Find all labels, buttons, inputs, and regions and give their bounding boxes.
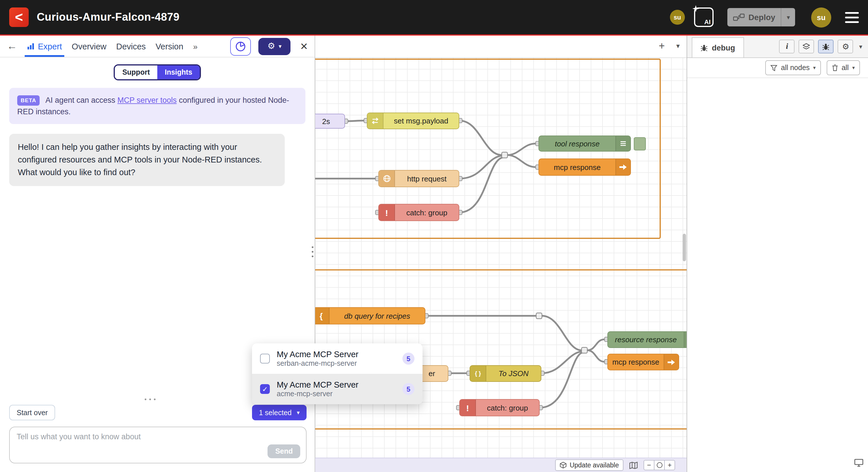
clear-messages-button[interactable]: all ▾ (827, 60, 860, 75)
settings-dropdown-button[interactable]: ⚙ ▾ (258, 38, 290, 55)
layers-icon (803, 43, 810, 50)
funnel-icon (771, 65, 778, 71)
tool-count-badge: 5 (402, 383, 414, 395)
tab-version[interactable]: Version (156, 36, 183, 57)
arrow-right-icon (663, 354, 679, 370)
checkbox-unchecked[interactable] (260, 354, 270, 363)
flow-canvas[interactable]: 2s set msg.payload http request ! catch:… (315, 36, 687, 472)
mcp-server-option[interactable]: ✓ My Acme MCP Server acme-mcp-server 5 (252, 374, 423, 404)
beta-banner: BETA AI agent can access MCP server tool… (9, 88, 305, 124)
tab-overflow-icon[interactable]: » (193, 41, 198, 51)
tool-count-badge: 5 (402, 353, 414, 365)
tab-expert[interactable]: Expert (27, 36, 62, 57)
mcp-server-option[interactable]: My Acme MCP Server serban-acme-mcp-serve… (252, 343, 423, 374)
mode-switch-wrap: Support Insights (0, 64, 315, 80)
drag-dots-icon (145, 399, 156, 400)
package-icon (560, 462, 567, 469)
accent-divider (0, 34, 868, 36)
option-text: My Acme MCP Server acme-mcp-server (277, 380, 359, 398)
node-to-json[interactable]: { } To JSON (470, 365, 541, 382)
node-set-msg-payload[interactable]: set msg.payload (367, 113, 459, 129)
option-text: My Acme MCP Server serban-acme-mcp-serve… (277, 350, 359, 367)
zoom-controls: − + (644, 460, 675, 470)
globe-icon (379, 171, 395, 187)
canvas-footer: Update available − + (315, 458, 687, 472)
debug-enable-toggle[interactable] (634, 137, 646, 150)
insights-segment[interactable]: Insights (157, 65, 200, 79)
node-catch-group-1[interactable]: ! catch: group (378, 204, 459, 221)
checkbox-checked[interactable]: ✓ (260, 384, 270, 394)
flow-list-chevron-icon[interactable]: ▾ (676, 42, 680, 50)
back-arrow-icon[interactable]: ← (7, 40, 17, 52)
deploy-button[interactable]: Deploy ▾ (727, 8, 795, 26)
zoom-out-button[interactable]: − (644, 460, 654, 470)
sidebar-menu-chevron-icon[interactable]: ▾ (859, 43, 862, 50)
mcp-server-tools-link[interactable]: MCP server tools (117, 96, 177, 105)
debug-tab-button[interactable] (818, 40, 834, 53)
panel-resize-handle[interactable] (312, 246, 313, 257)
wire (542, 316, 582, 350)
debug-sidebar: debug i ⚙ ▾ all nodes ▾ (687, 36, 868, 472)
zoom-in-button[interactable]: + (664, 460, 675, 470)
add-flow-icon[interactable]: + (659, 40, 665, 52)
node-resource-response[interactable]: resource response (608, 331, 687, 348)
update-available-button[interactable]: Update available (555, 460, 623, 471)
bug-icon (701, 44, 708, 51)
sidebar-header: debug i ⚙ ▾ (687, 36, 868, 58)
chat-input-field[interactable] (10, 427, 306, 463)
trash-icon (832, 64, 838, 71)
node-inject-2s[interactable]: 2s (315, 114, 345, 129)
layers-tab-button[interactable] (799, 40, 814, 53)
node-mcp-response-2[interactable]: mcp response (608, 354, 679, 371)
deploy-chevron-icon[interactable]: ▾ (782, 13, 795, 21)
zoom-reset-button[interactable] (654, 460, 665, 470)
tab-debug[interactable]: debug (692, 37, 744, 57)
settings-tab-button[interactable]: ⚙ (838, 40, 854, 53)
workspace-toolbar: + ▾ (315, 36, 687, 58)
sidebar-icon-buttons: i ⚙ ▾ (779, 40, 862, 53)
start-over-button[interactable]: Start over (9, 405, 55, 420)
mini-user-badge[interactable]: su (670, 10, 685, 25)
change-icon (367, 113, 383, 129)
wire (541, 351, 582, 373)
debug-list-icon (684, 332, 687, 347)
user-avatar[interactable]: su (811, 7, 831, 27)
top-header: < Curious-Amur-Falcon-4879 su AI Deploy … (0, 0, 868, 34)
expert-icon (27, 42, 34, 50)
tab-devices[interactable]: Devices (116, 36, 146, 57)
instance-title: Curious-Amur-Falcon-4879 (37, 11, 179, 24)
node-catch-group-2[interactable]: ! catch: group (459, 399, 539, 416)
wire (459, 157, 503, 212)
chat-input-box: Send (9, 426, 307, 463)
node-tool-response[interactable]: tool response (538, 136, 631, 152)
node-db-query[interactable]: { db query for recipes (315, 307, 425, 324)
flowfuse-logo-icon[interactable]: < (9, 7, 29, 27)
filter-nodes-button[interactable]: all nodes ▾ (766, 60, 821, 75)
wire-junctions[interactable] (502, 152, 587, 353)
wire (507, 155, 536, 167)
sparkle-icon (692, 5, 699, 12)
selected-servers-button[interactable]: 1 selected ▾ (252, 405, 307, 420)
mcp-server-dropdown: My Acme MCP Server serban-acme-mcp-serve… (252, 343, 423, 404)
panel-actions: ⚙ ▾ × (230, 37, 308, 55)
device-monitor-icon[interactable] (854, 459, 863, 469)
debug-filter-row: all nodes ▾ all ▾ (687, 58, 868, 78)
chevron-down-icon: ▾ (813, 65, 816, 70)
hamburger-menu-icon[interactable] (845, 12, 859, 23)
node-mcp-response-1[interactable]: mcp response (538, 158, 631, 176)
tab-overview[interactable]: Overview (72, 36, 106, 57)
send-button[interactable]: Send (268, 444, 300, 458)
node-http-request[interactable]: http request (378, 170, 459, 187)
gear-icon: ⚙ (268, 42, 275, 51)
mode-segmented-control: Support Insights (114, 64, 201, 80)
canvas-scrollbar[interactable] (683, 234, 686, 261)
arrow-right-icon (615, 159, 630, 175)
ai-assistant-icon[interactable]: AI (694, 7, 714, 27)
close-icon[interactable]: × (300, 40, 308, 53)
chevron-down-icon: ▾ (279, 43, 282, 49)
support-segment[interactable]: Support (115, 65, 157, 79)
navigator-map-icon[interactable] (629, 461, 638, 469)
info-tab-button[interactable]: i (779, 40, 795, 53)
braces-icon: { } (470, 366, 486, 381)
insights-pie-button[interactable] (230, 37, 251, 55)
